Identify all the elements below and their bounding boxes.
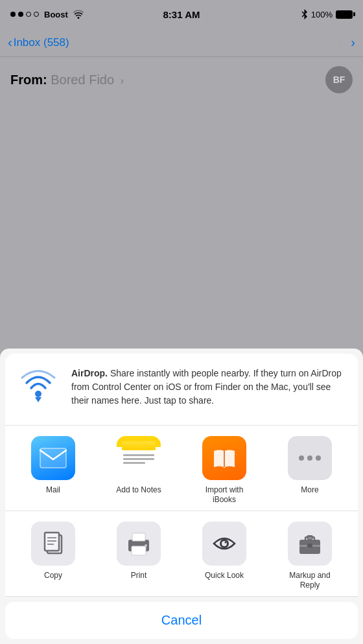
notes-app-label: Add to Notes xyxy=(116,485,161,496)
svg-rect-2 xyxy=(40,448,66,468)
more-dots xyxy=(299,455,321,461)
dot-1 xyxy=(299,455,304,461)
airdrop-title: AirDrop. xyxy=(71,368,108,378)
mail-app-icon xyxy=(31,436,75,480)
action-item-quicklook[interactable]: Quick Look xyxy=(198,522,250,581)
copy-action-icon xyxy=(31,522,75,566)
ibooks-app-icon xyxy=(202,436,246,480)
svg-point-0 xyxy=(35,391,41,397)
action-item-print[interactable]: Print xyxy=(113,522,165,581)
mail-app-label: Mail xyxy=(46,485,60,496)
airdrop-section: AirDrop. Share instantly with people nea… xyxy=(5,354,358,426)
notes-app-icon xyxy=(117,436,161,480)
airdrop-description: AirDrop. Share instantly with people nea… xyxy=(71,367,347,408)
markup-action-label: Markup and Reply xyxy=(284,571,336,591)
ibooks-app-label: Import with iBooks xyxy=(198,485,250,505)
share-sheet: AirDrop. Share instantly with people nea… xyxy=(0,349,363,644)
cancel-section: Cancel xyxy=(5,602,358,639)
app-item-more[interactable]: More xyxy=(284,436,336,496)
airdrop-body: Share instantly with people nearby. If t… xyxy=(71,368,342,406)
svg-rect-9 xyxy=(132,546,146,555)
quicklook-action-icon xyxy=(202,522,246,566)
app-row: Mail Add to Notes xyxy=(5,426,358,511)
action-item-copy[interactable]: Copy xyxy=(27,522,79,581)
print-action-icon xyxy=(117,522,161,566)
app-item-notes[interactable]: Add to Notes xyxy=(113,436,165,496)
more-app-label: More xyxy=(301,485,318,496)
svg-rect-4 xyxy=(45,533,59,551)
svg-point-14 xyxy=(225,541,227,543)
app-item-mail[interactable]: Mail xyxy=(27,436,79,496)
svg-rect-10 xyxy=(132,533,145,541)
dot-2 xyxy=(307,455,312,461)
action-row: Copy Print xyxy=(5,511,358,597)
quicklook-action-label: Quick Look xyxy=(205,571,244,581)
svg-rect-19 xyxy=(307,544,312,547)
more-app-icon xyxy=(288,436,332,480)
dot-3 xyxy=(316,455,321,461)
copy-action-label: Copy xyxy=(44,571,62,581)
svg-point-11 xyxy=(145,544,147,547)
action-item-markup[interactable]: Markup and Reply xyxy=(284,522,336,591)
print-action-label: Print xyxy=(131,571,147,581)
airdrop-icon xyxy=(16,367,61,412)
markup-action-icon xyxy=(288,522,332,566)
app-item-ibooks[interactable]: Import with iBooks xyxy=(198,436,250,505)
cancel-button[interactable]: Cancel xyxy=(5,602,358,639)
